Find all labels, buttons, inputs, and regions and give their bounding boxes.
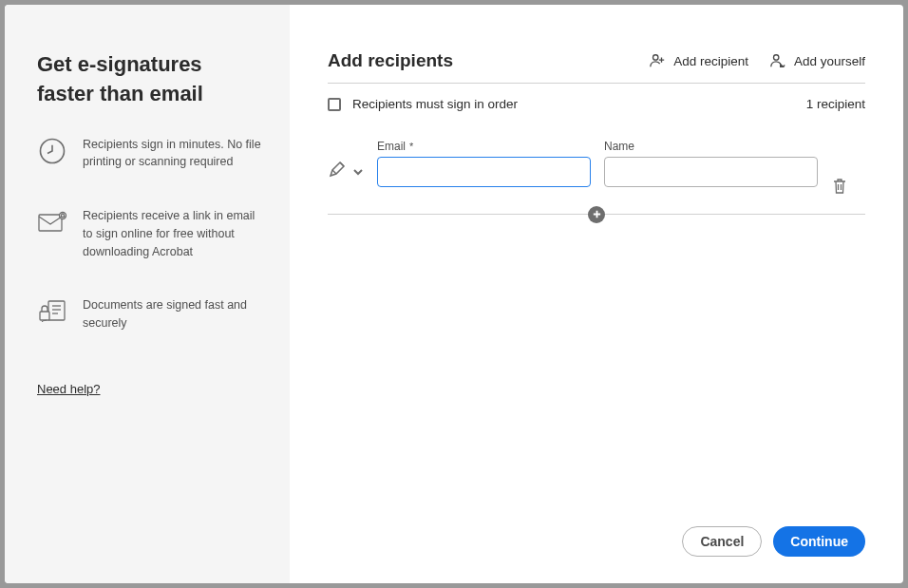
svg-rect-1 (39, 215, 62, 231)
svg-rect-3 (48, 301, 65, 320)
role-selector[interactable] (328, 161, 364, 187)
lock-doc-icon (37, 296, 67, 327)
svg-point-11 (773, 55, 778, 60)
add-divider (328, 214, 865, 215)
footer: Cancel Continue (328, 526, 865, 557)
subheader: Recipients must sign in order 1 recipien… (328, 84, 865, 123)
add-recipient-button[interactable]: Add recipient (649, 52, 748, 69)
name-field-group: Name (604, 140, 818, 187)
svg-line-12 (783, 66, 785, 67)
feature-text: Documents are signed fast and securely (83, 296, 263, 332)
esign-dialog: Get e-signatures faster than email Recip… (5, 5, 903, 583)
sidebar: Get e-signatures faster than email Recip… (5, 5, 290, 583)
header: Add recipients Add recipient (328, 50, 865, 84)
name-input[interactable] (604, 157, 818, 187)
svg-rect-7 (40, 312, 49, 320)
feature-item: Documents are signed fast and securely (37, 296, 263, 332)
clock-icon (37, 136, 67, 166)
feature-item: Recipients sign in minutes. No file prin… (37, 136, 263, 172)
feature-text: Recipients sign in minutes. No file prin… (83, 136, 263, 172)
pen-icon (328, 161, 347, 180)
add-yourself-button[interactable]: Add yourself (769, 52, 865, 69)
add-yourself-label: Add yourself (794, 54, 865, 68)
feature-item: Recipients receive a link in email to si… (37, 207, 263, 260)
required-indicator: * (409, 141, 413, 152)
sign-order-row: Recipients must sign in order (328, 97, 518, 111)
svg-line-13 (332, 170, 336, 174)
add-row-button[interactable] (588, 206, 605, 223)
recipient-row: Email * Name (328, 123, 865, 210)
feature-text: Recipients receive a link in email to si… (83, 207, 263, 260)
user-plus-icon (649, 52, 666, 69)
name-label: Name (604, 140, 818, 153)
header-actions: Add recipient Add yourself (649, 52, 865, 69)
main-panel: Add recipients Add recipient (290, 5, 903, 583)
chevron-down-icon (352, 164, 364, 176)
add-recipient-label: Add recipient (673, 54, 748, 68)
page-title: Add recipients (328, 50, 453, 71)
delete-recipient-button[interactable] (831, 178, 848, 195)
need-help-link[interactable]: Need help? (37, 382, 263, 396)
user-self-icon (769, 52, 786, 69)
cancel-button[interactable]: Cancel (682, 526, 762, 557)
email-input[interactable] (377, 157, 591, 187)
sign-order-label: Recipients must sign in order (352, 97, 518, 111)
svg-point-8 (653, 55, 658, 60)
mail-notify-icon (37, 207, 67, 237)
recipient-count: 1 recipient (806, 97, 865, 111)
continue-button[interactable]: Continue (773, 526, 865, 557)
email-label: Email * (377, 140, 591, 153)
email-field-group: Email * (377, 140, 591, 187)
sidebar-title: Get e-signatures faster than email (37, 50, 263, 109)
sign-order-checkbox[interactable] (328, 98, 341, 111)
